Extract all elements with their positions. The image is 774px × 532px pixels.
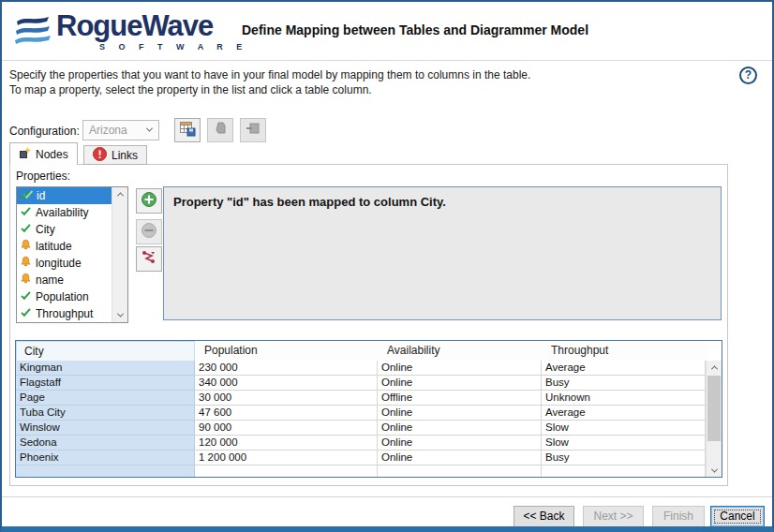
table-scrollbar[interactable] (706, 361, 722, 478)
table-cell[interactable]: Busy (542, 451, 706, 466)
property-label: name (36, 273, 64, 287)
property-item-Population[interactable]: Population (17, 288, 112, 305)
instructions-text: Specify the properties that you want to … (9, 67, 530, 97)
help-icon[interactable]: ? (739, 66, 757, 84)
table-row[interactable]: Kingman230 000OnlineAverage (16, 361, 706, 376)
table-cell[interactable]: 30 000 (195, 391, 378, 406)
minus-circle-icon (141, 222, 157, 243)
check-icon (20, 205, 32, 220)
column-header-population[interactable]: Population (195, 341, 378, 362)
tab-links[interactable]: Links (83, 145, 147, 165)
finish-button: Finish (652, 506, 705, 527)
page-title: Define Mapping between Tables and Diagra… (242, 22, 588, 37)
double-check-icon (20, 188, 33, 203)
scroll-down-icon[interactable] (112, 308, 127, 322)
table-cell[interactable]: Average (542, 361, 706, 376)
import-configuration-button (240, 118, 266, 142)
configuration-dropdown[interactable]: Arizona (82, 120, 159, 140)
property-label: latitude (36, 240, 72, 253)
back-button[interactable]: << Back (514, 506, 574, 527)
table-cell[interactable]: Online (378, 361, 542, 376)
property-item-Throughput[interactable]: Throughput (17, 305, 112, 322)
table-row[interactable] (16, 466, 706, 478)
table-cell[interactable]: 1 200 000 (195, 451, 378, 466)
property-item-City[interactable]: City (17, 221, 112, 238)
scroll-up-icon[interactable] (707, 361, 722, 375)
save-table-icon (179, 120, 196, 140)
table-row[interactable]: Flagstaff340 000OnlineBusy (16, 376, 706, 391)
table-cell[interactable]: 230 000 (195, 361, 378, 376)
table-cell[interactable]: 90 000 (195, 421, 378, 436)
properties-scrollbar[interactable] (112, 187, 127, 322)
column-header-throughput[interactable]: Throughput (542, 341, 706, 362)
table-cell[interactable]: Average (542, 406, 706, 421)
save-configuration-button[interactable] (174, 118, 201, 142)
table-cell[interactable] (16, 466, 195, 478)
table-cell[interactable]: 120 000 (195, 436, 378, 451)
table-cell[interactable]: 340 000 (195, 376, 378, 391)
scroll-down-icon[interactable] (707, 464, 722, 478)
table-cell[interactable] (378, 466, 542, 478)
instructions-line-2: To map a property, select the property i… (9, 82, 530, 97)
table-row[interactable]: Page30 000OfflineUnknown (16, 391, 706, 406)
table-cell[interactable]: Winslow (16, 421, 195, 436)
table-cell[interactable]: Busy (542, 376, 706, 391)
table-cell[interactable]: Offline (378, 391, 542, 406)
column-header-availability[interactable]: Availability (378, 341, 542, 362)
focus-rectangle (714, 510, 761, 524)
property-label: id (37, 189, 45, 202)
tab-nodes[interactable]: Nodes (9, 142, 78, 165)
property-label: Throughput (36, 307, 93, 320)
add-property-button[interactable] (136, 188, 162, 214)
alert-icon (93, 147, 107, 164)
table-cell[interactable]: Page (16, 391, 195, 406)
tab-links-label: Links (112, 149, 138, 162)
table-row[interactable]: Sedona120 000OnlineSlow (16, 436, 706, 451)
table-cell[interactable]: Online (378, 436, 542, 451)
table-cell[interactable] (195, 466, 378, 478)
table-cell[interactable]: Unknown (542, 391, 706, 406)
remove-property-button (136, 219, 162, 244)
check-icon (20, 306, 32, 321)
property-item-name[interactable]: name (17, 272, 112, 288)
table-cell[interactable]: Online (378, 421, 542, 436)
table-cell[interactable]: Phoenix (16, 451, 195, 466)
column-header-city[interactable]: City (16, 341, 195, 362)
properties-list: idAvailabilityCitylatitudelongitudenameP… (17, 187, 112, 322)
cancel-button[interactable]: Cancel (710, 506, 765, 527)
table-row[interactable]: Phoenix1 200 000OnlineBusy (16, 451, 706, 466)
table-cell[interactable]: Flagstaff (16, 376, 195, 391)
check-icon (20, 222, 32, 237)
table-cell[interactable]: Kingman (16, 361, 195, 376)
import-icon (245, 120, 261, 140)
table-row[interactable]: Winslow90 000OnlineSlow (16, 421, 706, 436)
table-row[interactable]: Tuba City47 600OnlineAverage (16, 406, 706, 421)
property-item-Availability[interactable]: Availability (17, 204, 112, 221)
delete-configuration-button (207, 118, 233, 142)
table-cell[interactable]: Online (378, 451, 542, 466)
table-cell[interactable]: Tuba City (16, 406, 195, 421)
property-item-longitude[interactable]: longitude (17, 255, 112, 272)
table-cell[interactable]: Online (378, 376, 542, 391)
table-cell[interactable]: 47 600 (195, 406, 378, 421)
property-item-latitude[interactable]: latitude (17, 238, 112, 255)
configuration-label: Configuration: (9, 125, 80, 138)
table-cell[interactable] (542, 466, 706, 478)
property-label: Population (36, 290, 89, 303)
check-icon (20, 289, 32, 304)
property-item-id[interactable]: id (17, 187, 112, 204)
mapping-message-text: Property "id" has been mapped to column … (173, 195, 446, 209)
table-cell[interactable]: Slow (542, 421, 706, 436)
scroll-up-icon[interactable] (112, 187, 127, 201)
map-property-button[interactable] (136, 246, 162, 272)
scrollbar-thumb[interactable] (707, 376, 721, 441)
table-cell[interactable]: Sedona (16, 436, 195, 451)
table-body: Kingman230 000OnlineAverageFlagstaff340 … (16, 361, 706, 478)
property-label: Availability (36, 206, 88, 219)
table-cell[interactable]: Online (378, 406, 542, 421)
properties-listbox: idAvailabilityCitylatitudelongitudenameP… (16, 186, 128, 323)
table-cell[interactable]: Slow (542, 436, 706, 451)
tab-nodes-label: Nodes (36, 148, 68, 161)
roguewave-wave-icon (13, 13, 52, 52)
mapping-message-panel: Property "id" has been mapped to column … (163, 186, 722, 320)
